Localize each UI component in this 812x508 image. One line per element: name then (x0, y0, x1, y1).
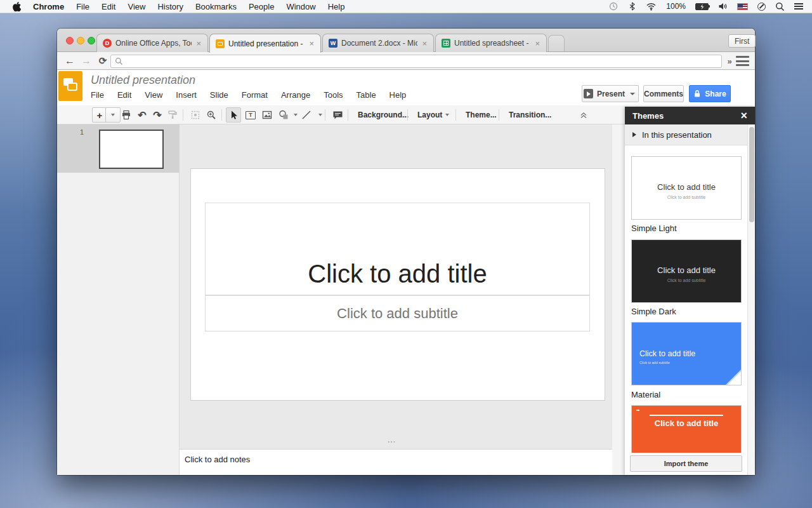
zoom-button[interactable] (204, 107, 219, 123)
back-button[interactable]: ← (62, 53, 77, 69)
menubar-item-bookmarks[interactable]: Bookmarks (195, 2, 237, 11)
address-bar[interactable] (110, 55, 722, 68)
tab-close-icon[interactable]: × (534, 39, 540, 48)
wifi-icon[interactable] (646, 2, 657, 11)
toolbar-separator (455, 109, 456, 121)
do-not-disturb-icon[interactable] (757, 3, 766, 11)
profile-button[interactable]: First (728, 34, 756, 48)
tab-close-icon[interactable]: × (195, 39, 202, 48)
menubar-item-edit[interactable]: Edit (102, 2, 115, 11)
theme-title-text: Click to add title (639, 349, 695, 358)
scrollbar-thumb[interactable] (749, 127, 754, 222)
time-machine-icon[interactable] (608, 1, 619, 11)
insert-comment-button[interactable] (330, 107, 345, 123)
select-tool-button[interactable] (226, 107, 241, 123)
chevron-down-icon (294, 114, 298, 116)
line-dropdown[interactable] (313, 107, 328, 123)
apple-menu-icon[interactable] (13, 2, 21, 11)
slide-thumbnail[interactable] (99, 130, 164, 169)
slides-toolbar: + ↶ ↷ T (57, 105, 625, 124)
tab-document-docx[interactable]: W Document 2.docx - Micros × (322, 34, 434, 52)
chrome-window: D Online Office Apps, Tools × Untitled p… (57, 29, 755, 475)
document-title[interactable]: Untitled presentation (91, 74, 195, 87)
menubar-item-people[interactable]: People (249, 2, 274, 11)
minimize-window-button[interactable] (77, 37, 84, 44)
menu-file[interactable]: File (91, 90, 104, 100)
theme-card-simple-dark[interactable]: Click to add title Click to add subtitle (631, 239, 742, 303)
undo-button[interactable]: ↶ (134, 107, 150, 123)
menubar-item-history[interactable]: History (157, 2, 183, 11)
input-language-flag-icon[interactable] (737, 3, 748, 10)
slide-editor[interactable]: Click to add title Click to add subtitle (190, 168, 605, 401)
transition-button[interactable]: Transition... (504, 107, 556, 123)
menubar-app-name[interactable]: Chrome (33, 2, 64, 11)
share-button[interactable]: Share (689, 85, 731, 102)
close-window-button[interactable] (66, 37, 74, 44)
import-theme-button[interactable]: Import theme (630, 455, 742, 472)
menu-tools[interactable]: Tools (324, 90, 343, 100)
slides-menubar: File Edit View Insert Slide Format Arran… (91, 90, 406, 100)
notes-resize-handle[interactable]: ⋯ (180, 437, 604, 446)
notification-center-icon[interactable] (794, 3, 803, 10)
menubar-item-window[interactable]: Window (286, 2, 315, 11)
insert-image-button[interactable] (259, 107, 275, 123)
comments-button[interactable]: Comments (643, 85, 684, 102)
print-button[interactable] (119, 107, 134, 123)
bookmarks-overflow-chevron[interactable]: » (722, 53, 737, 69)
chevron-down-icon (111, 114, 115, 116)
menubar-item-help[interactable]: Help (328, 2, 345, 11)
text-box-tool-button[interactable]: T (243, 107, 258, 123)
theme-card-simple-light[interactable]: Click to add title Click to add subtitle (631, 156, 742, 220)
menu-table[interactable]: Table (357, 90, 376, 100)
bluetooth-icon[interactable] (628, 1, 636, 11)
new-tab-button[interactable] (548, 35, 565, 52)
toolbar-separator (325, 109, 325, 121)
theme-card-material[interactable]: Click to add title Click to add subtitle (631, 322, 742, 385)
speaker-notes-input[interactable]: Click to add notes (180, 449, 612, 475)
slides-header: Untitled presentation File Edit View Ins… (57, 70, 755, 105)
selected-slide-row[interactable]: 1 (57, 124, 180, 173)
tab-untitled-spreadsheet[interactable]: Untitled spreadsheet - Goo × (435, 34, 547, 52)
insert-line-button[interactable] (299, 107, 314, 123)
background-button[interactable]: Background... (353, 107, 414, 123)
slides-logo-icon[interactable] (58, 71, 82, 101)
paint-format-button[interactable] (165, 107, 180, 123)
tab-close-icon[interactable]: × (308, 39, 315, 48)
title-placeholder[interactable]: Click to add title (205, 203, 590, 295)
menu-insert[interactable]: Insert (176, 90, 197, 100)
forward-button[interactable]: → (79, 53, 94, 69)
in-this-presentation-row[interactable]: In this presentation (625, 124, 747, 145)
menu-view[interactable]: View (145, 90, 162, 100)
theme-button[interactable]: Theme... (461, 107, 502, 123)
present-dropdown-button[interactable] (626, 85, 639, 102)
toolbar-separator (407, 109, 408, 121)
chrome-menu-icon[interactable] (736, 56, 749, 66)
in-this-presentation-label: In this presentation (642, 130, 712, 140)
redo-button[interactable]: ↷ (150, 107, 165, 123)
spotlight-search-icon[interactable] (775, 2, 785, 11)
tab-title: Document 2.docx - Micros (341, 39, 417, 48)
layout-button[interactable]: Layout (412, 107, 454, 123)
volume-icon[interactable] (718, 2, 728, 11)
collapse-toolbar-button[interactable] (576, 107, 591, 123)
zoom-to-fit-button[interactable] (188, 107, 203, 123)
reload-button[interactable]: ⟳ (95, 53, 110, 69)
themes-scrollbar[interactable] (747, 124, 755, 475)
menu-arrange[interactable]: Arrange (281, 90, 310, 100)
tab-title: Online Office Apps, Tools (115, 39, 192, 48)
menu-slide[interactable]: Slide (210, 90, 228, 100)
import-theme-bar: Import theme (625, 453, 747, 475)
menubar-item-view[interactable]: View (128, 2, 145, 11)
tab-untitled-presentation[interactable]: Untitled presentation - Goo × (209, 34, 321, 53)
menu-help[interactable]: Help (390, 90, 407, 100)
tab-online-office-apps[interactable]: D Online Office Apps, Tools × (96, 34, 208, 52)
present-button[interactable]: Present (582, 85, 627, 102)
menubar-item-file[interactable]: File (76, 2, 89, 11)
subtitle-placeholder[interactable]: Click to add subtitle (205, 295, 590, 331)
close-icon[interactable]: × (740, 110, 747, 121)
tab-close-icon[interactable]: × (421, 39, 428, 48)
menu-format[interactable]: Format (242, 90, 268, 100)
zoom-window-button[interactable] (88, 37, 95, 44)
menu-edit[interactable]: Edit (117, 90, 131, 100)
battery-icon[interactable] (695, 3, 709, 10)
